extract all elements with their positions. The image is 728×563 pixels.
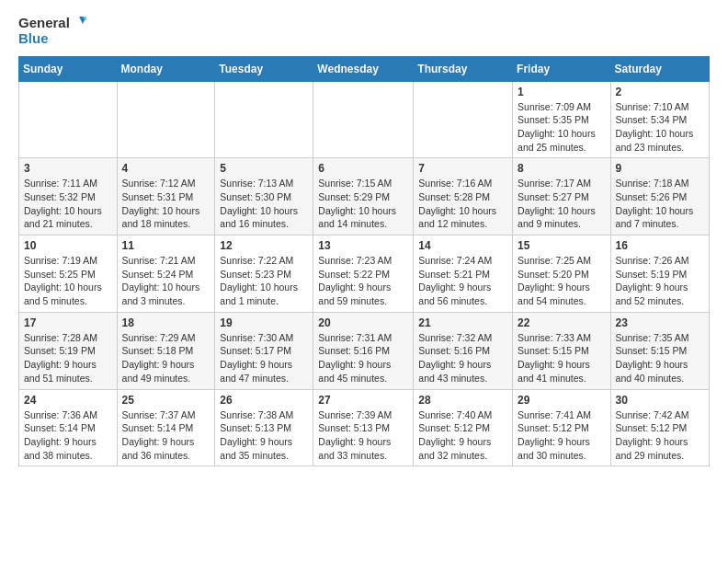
day-info: Sunrise: 7:40 AMSunset: 5:12 PMDaylight:… — [418, 408, 507, 463]
day-number: 18 — [122, 316, 210, 329]
day-info: Sunrise: 7:18 AMSunset: 5:26 PMDaylight:… — [616, 177, 704, 231]
day-number: 21 — [418, 316, 507, 329]
calendar-cell-w3-d4: 14Sunrise: 7:24 AMSunset: 5:21 PMDayligh… — [414, 236, 513, 313]
day-info: Sunrise: 7:42 AMSunset: 5:12 PMDaylight:… — [616, 408, 704, 463]
calendar-week-1: 1Sunrise: 7:09 AMSunset: 5:35 PMDaylight… — [19, 81, 710, 158]
day-number: 8 — [518, 162, 606, 175]
calendar-cell-w1-d5: 1Sunrise: 7:09 AMSunset: 5:35 PMDaylight… — [513, 81, 611, 158]
calendar-cell-w1-d0 — [19, 81, 118, 158]
calendar-week-5: 24Sunrise: 7:36 AMSunset: 5:14 PMDayligh… — [19, 389, 710, 466]
logo-blue: Blue — [18, 31, 88, 47]
day-number: 10 — [24, 239, 112, 252]
day-number: 2 — [616, 86, 704, 98]
day-info: Sunrise: 7:12 AMSunset: 5:31 PMDaylight:… — [122, 177, 210, 231]
calendar-cell-w2-d1: 4Sunrise: 7:12 AMSunset: 5:31 PMDaylight… — [117, 158, 215, 236]
day-number: 14 — [418, 239, 507, 252]
day-number: 17 — [24, 316, 112, 329]
day-info: Sunrise: 7:37 AMSunset: 5:14 PMDaylight:… — [122, 408, 210, 463]
calendar-table: SundayMondayTuesdayWednesdayThursdayFrid… — [18, 56, 710, 467]
calendar-week-4: 17Sunrise: 7:28 AMSunset: 5:19 PMDayligh… — [19, 312, 710, 389]
day-info: Sunrise: 7:35 AMSunset: 5:15 PMDaylight:… — [616, 331, 704, 385]
day-number: 13 — [318, 239, 408, 252]
day-info: Sunrise: 7:41 AMSunset: 5:12 PMDaylight:… — [518, 408, 606, 463]
calendar-cell-w4-d3: 20Sunrise: 7:31 AMSunset: 5:16 PMDayligh… — [313, 312, 414, 389]
header: General Blue — [18, 15, 710, 47]
day-info: Sunrise: 7:26 AMSunset: 5:19 PMDaylight:… — [616, 254, 704, 308]
day-number: 30 — [616, 394, 704, 407]
calendar-cell-w5-d6: 30Sunrise: 7:42 AMSunset: 5:12 PMDayligh… — [610, 389, 709, 466]
calendar-cell-w4-d5: 22Sunrise: 7:33 AMSunset: 5:15 PMDayligh… — [513, 312, 611, 389]
day-info: Sunrise: 7:21 AMSunset: 5:24 PMDaylight:… — [122, 254, 210, 308]
calendar-cell-w3-d5: 15Sunrise: 7:25 AMSunset: 5:20 PMDayligh… — [513, 236, 611, 313]
day-number: 25 — [122, 394, 210, 407]
calendar-cell-w1-d4 — [414, 81, 513, 158]
day-info: Sunrise: 7:38 AMSunset: 5:13 PMDaylight:… — [220, 408, 308, 463]
calendar-cell-w3-d2: 12Sunrise: 7:22 AMSunset: 5:23 PMDayligh… — [215, 236, 313, 313]
calendar-cell-w1-d3 — [313, 81, 414, 158]
day-info: Sunrise: 7:23 AMSunset: 5:22 PMDaylight:… — [318, 254, 408, 308]
calendar-cell-w1-d2 — [215, 81, 313, 158]
logo: General Blue — [18, 15, 88, 47]
day-info: Sunrise: 7:22 AMSunset: 5:23 PMDaylight:… — [220, 254, 308, 308]
calendar-cell-w4-d0: 17Sunrise: 7:28 AMSunset: 5:19 PMDayligh… — [19, 312, 118, 389]
day-info: Sunrise: 7:29 AMSunset: 5:18 PMDaylight:… — [122, 331, 210, 385]
day-number: 6 — [318, 162, 408, 175]
calendar-cell-w1-d6: 2Sunrise: 7:10 AMSunset: 5:34 PMDaylight… — [610, 81, 709, 158]
weekday-header: SundayMondayTuesdayWednesdayThursdayFrid… — [19, 56, 710, 81]
logo-arrow — [72, 15, 88, 31]
calendar-cell-w3-d0: 10Sunrise: 7:19 AMSunset: 5:25 PMDayligh… — [19, 236, 118, 313]
day-info: Sunrise: 7:36 AMSunset: 5:14 PMDaylight:… — [24, 408, 112, 463]
day-info: Sunrise: 7:19 AMSunset: 5:25 PMDaylight:… — [24, 254, 112, 308]
calendar-cell-w4-d4: 21Sunrise: 7:32 AMSunset: 5:16 PMDayligh… — [414, 312, 513, 389]
weekday-header-sunday: Sunday — [19, 56, 118, 81]
calendar-cell-w5-d0: 24Sunrise: 7:36 AMSunset: 5:14 PMDayligh… — [19, 389, 118, 466]
calendar-week-2: 3Sunrise: 7:11 AMSunset: 5:32 PMDaylight… — [19, 158, 710, 236]
day-info: Sunrise: 7:32 AMSunset: 5:16 PMDaylight:… — [418, 331, 507, 385]
calendar-cell-w1-d1 — [117, 81, 215, 158]
calendar-cell-w5-d3: 27Sunrise: 7:39 AMSunset: 5:13 PMDayligh… — [313, 389, 414, 466]
weekday-header-tuesday: Tuesday — [215, 56, 313, 81]
calendar-cell-w4-d6: 23Sunrise: 7:35 AMSunset: 5:15 PMDayligh… — [610, 312, 709, 389]
calendar-cell-w2-d4: 7Sunrise: 7:16 AMSunset: 5:28 PMDaylight… — [414, 158, 513, 236]
day-info: Sunrise: 7:16 AMSunset: 5:28 PMDaylight:… — [418, 177, 507, 231]
calendar-cell-w5-d5: 29Sunrise: 7:41 AMSunset: 5:12 PMDayligh… — [513, 389, 611, 466]
weekday-header-monday: Monday — [117, 56, 215, 81]
day-info: Sunrise: 7:33 AMSunset: 5:15 PMDaylight:… — [518, 331, 606, 385]
calendar-cell-w4-d2: 19Sunrise: 7:30 AMSunset: 5:17 PMDayligh… — [215, 312, 313, 389]
weekday-header-wednesday: Wednesday — [313, 56, 414, 81]
day-number: 12 — [220, 239, 308, 252]
weekday-header-thursday: Thursday — [414, 56, 513, 81]
day-number: 3 — [24, 162, 112, 175]
day-info: Sunrise: 7:39 AMSunset: 5:13 PMDaylight:… — [318, 408, 408, 463]
day-number: 28 — [418, 394, 507, 407]
calendar-cell-w2-d0: 3Sunrise: 7:11 AMSunset: 5:32 PMDaylight… — [19, 158, 118, 236]
calendar-cell-w5-d4: 28Sunrise: 7:40 AMSunset: 5:12 PMDayligh… — [414, 389, 513, 466]
day-number: 29 — [518, 394, 606, 407]
day-info: Sunrise: 7:15 AMSunset: 5:29 PMDaylight:… — [318, 177, 408, 231]
day-number: 5 — [220, 162, 308, 175]
calendar-cell-w2-d5: 8Sunrise: 7:17 AMSunset: 5:27 PMDaylight… — [513, 158, 611, 236]
day-info: Sunrise: 7:24 AMSunset: 5:21 PMDaylight:… — [418, 254, 507, 308]
day-info: Sunrise: 7:09 AMSunset: 5:35 PMDaylight:… — [518, 100, 606, 155]
calendar-cell-w3-d1: 11Sunrise: 7:21 AMSunset: 5:24 PMDayligh… — [117, 236, 215, 313]
calendar-cell-w5-d2: 26Sunrise: 7:38 AMSunset: 5:13 PMDayligh… — [215, 389, 313, 466]
day-info: Sunrise: 7:10 AMSunset: 5:34 PMDaylight:… — [616, 100, 704, 155]
calendar-cell-w5-d1: 25Sunrise: 7:37 AMSunset: 5:14 PMDayligh… — [117, 389, 215, 466]
day-number: 11 — [122, 239, 210, 252]
day-number: 4 — [122, 162, 210, 175]
day-info: Sunrise: 7:28 AMSunset: 5:19 PMDaylight:… — [24, 331, 112, 385]
calendar-cell-w3-d6: 16Sunrise: 7:26 AMSunset: 5:19 PMDayligh… — [610, 236, 709, 313]
day-info: Sunrise: 7:30 AMSunset: 5:17 PMDaylight:… — [220, 331, 308, 385]
calendar-body: 1Sunrise: 7:09 AMSunset: 5:35 PMDaylight… — [19, 81, 710, 466]
day-number: 19 — [220, 316, 308, 329]
day-number: 20 — [318, 316, 408, 329]
calendar-week-3: 10Sunrise: 7:19 AMSunset: 5:25 PMDayligh… — [19, 236, 710, 313]
day-info: Sunrise: 7:31 AMSunset: 5:16 PMDaylight:… — [318, 331, 408, 385]
day-info: Sunrise: 7:17 AMSunset: 5:27 PMDaylight:… — [518, 177, 606, 231]
day-number: 1 — [518, 86, 606, 98]
day-number: 16 — [616, 239, 704, 252]
day-number: 9 — [616, 162, 704, 175]
day-number: 7 — [418, 162, 507, 175]
weekday-header-friday: Friday — [513, 56, 611, 81]
calendar-cell-w2-d3: 6Sunrise: 7:15 AMSunset: 5:29 PMDaylight… — [313, 158, 414, 236]
